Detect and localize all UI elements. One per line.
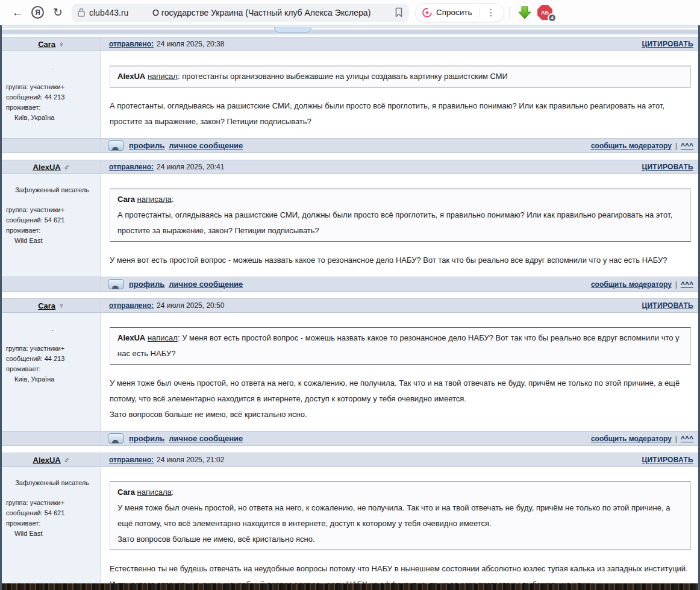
profile-card-icon[interactable] <box>108 279 124 289</box>
post-header-main: отправлено:24 июля 2025, 21:02ЦИТИРОВАТЬ <box>101 453 698 466</box>
post-header: Cara♀отправлено:24 июля 2025, 20:50ЦИТИР… <box>2 298 698 313</box>
member-title: . <box>6 324 98 334</box>
green-arrow-icon <box>518 5 531 20</box>
username-link[interactable]: AlexUA <box>33 163 61 172</box>
quote-head: Cara написала: <box>117 485 683 500</box>
scroll-to-top-link[interactable]: ^^^ <box>681 280 693 289</box>
quote-button[interactable]: ЦИТИРОВАТЬ <box>642 163 693 171</box>
profile-card-bust-icon <box>112 440 119 443</box>
user-group: группа: участники+ <box>6 205 98 215</box>
member-title: . <box>6 62 98 72</box>
quote-verb-link[interactable]: написала <box>137 195 172 204</box>
profile-card-bust-icon <box>112 147 119 150</box>
pm-link[interactable]: личное сообщение <box>169 141 243 150</box>
user-location: Київ, Україна <box>6 113 98 123</box>
browser-toolbar: ← Я ↻ club443.ru О государстве Украина (… <box>0 0 700 25</box>
post: Cara♀отправлено:24 июля 2025, 20:50ЦИТИР… <box>2 298 698 446</box>
ask-button-label: Спросить <box>436 8 472 17</box>
user-location-label: проживает: <box>6 225 98 236</box>
sent-label[interactable]: отправлено: <box>109 40 154 48</box>
quote-author: Cara <box>117 195 135 204</box>
username-link[interactable]: AlexUA <box>33 456 61 465</box>
message-paragraph: У меня тоже был очень простой, но ответа… <box>110 375 691 422</box>
adblock-extension-icon[interactable]: АБ 4 <box>535 3 555 22</box>
post-footer: профильличное сообщениесообщить модерато… <box>2 431 698 446</box>
user-location-label: проживает: <box>6 102 98 113</box>
profile-card-icon[interactable] <box>108 433 124 444</box>
user-message-count: сообщений: 44 213 <box>6 354 98 364</box>
toolbar-divider <box>509 7 510 19</box>
quote-line: AlexUA написал: У меня вот есть простой … <box>117 330 683 362</box>
quote-button[interactable]: ЦИТИРОВАТЬ <box>642 40 693 48</box>
quote-author: Cara <box>117 488 135 497</box>
user-location-label: проживает: <box>6 518 98 529</box>
user-location: Wild East <box>6 236 98 246</box>
footer-main: профильличное сообщениесообщить модерато… <box>101 432 698 445</box>
partial-smiley-image <box>274 27 311 33</box>
quote-button[interactable]: ЦИТИРОВАТЬ <box>642 456 693 464</box>
post-author-cell: AlexUA♂ <box>2 453 101 466</box>
user-info-column: .группа: участники+сообщений: 44 213прож… <box>2 51 101 138</box>
refresh-button[interactable]: ↻ <box>49 4 67 22</box>
username-link[interactable]: Cara <box>38 301 55 310</box>
profile-link[interactable]: профиль <box>129 141 164 150</box>
post-footer: профильличное сообщениесообщить модерато… <box>2 138 698 153</box>
adblock-counter-badge: 4 <box>548 13 557 22</box>
profile-link[interactable]: профиль <box>129 280 164 289</box>
post-separator <box>2 446 698 451</box>
pm-link[interactable]: личное сообщение <box>169 280 243 289</box>
quote-button[interactable]: ЦИТИРОВАТЬ <box>642 301 693 310</box>
post-author-cell: AlexUA♂ <box>2 160 101 174</box>
gender-icon: ♀ <box>58 301 64 310</box>
report-to-moderator-link[interactable]: сообщить модератору <box>591 142 672 150</box>
pm-link[interactable]: личное сообщение <box>169 434 243 443</box>
member-title: Зафлуженный писатель <box>6 478 98 488</box>
post-date: 24 июля 2025, 20:41 <box>157 163 224 171</box>
sent-label[interactable]: отправлено: <box>109 456 154 464</box>
post-author-cell: Cara♀ <box>2 37 101 51</box>
ask-ai-button[interactable]: Спросить ⋮ <box>415 3 504 22</box>
quote-line: AlexUA написал: протестанты организованн… <box>117 69 683 84</box>
message-column: Cara написала:А протестанты, оглядываясь… <box>101 174 698 277</box>
report-to-moderator-link[interactable]: сообщить модератору <box>591 280 672 289</box>
more-menu-icon[interactable]: ⋮ <box>481 7 501 18</box>
download-extension-icon[interactable] <box>514 3 535 22</box>
quote-head: Cara написала: <box>117 192 683 207</box>
forum-page: Cara♀отправлено:24 июля 2025, 20:38ЦИТИР… <box>0 25 700 590</box>
sent-label[interactable]: отправлено: <box>109 301 154 310</box>
sent-label[interactable]: отправлено: <box>109 163 154 171</box>
address-bar[interactable]: club443.ru О государстве Украина (Частны… <box>72 4 409 22</box>
post: AlexUA♂отправлено:24 июля 2025, 21:02ЦИТ… <box>2 453 698 590</box>
user-message-count: сообщений: 54 621 <box>6 215 98 225</box>
quote-verb-link[interactable]: написала <box>137 488 172 497</box>
pipe-separator: | <box>675 435 677 443</box>
post-body-row: Зафлуженный писательгруппа: участники+со… <box>2 467 698 590</box>
gender-icon: ♀ <box>58 40 64 49</box>
member-title: Зафлуженный писатель <box>6 185 98 195</box>
quote-box: AlexUA написал: У меня вот есть простой … <box>110 327 691 365</box>
message-column: AlexUA написал: протестанты организованн… <box>101 51 698 138</box>
post-separator <box>2 153 698 158</box>
profile-card-bust-icon <box>112 286 119 289</box>
quote-verb-link[interactable]: написал <box>148 72 178 81</box>
bookmark-icon[interactable] <box>395 7 403 17</box>
profile-link[interactable]: профиль <box>129 434 164 443</box>
page-background-texture <box>2 583 700 590</box>
post-header: Cara♀отправлено:24 июля 2025, 20:38ЦИТИР… <box>2 37 698 51</box>
user-location-label: проживает: <box>6 364 98 374</box>
username-link[interactable]: Cara <box>38 40 55 49</box>
scroll-to-top-link[interactable]: ^^^ <box>681 142 693 150</box>
pipe-separator: | <box>675 280 677 289</box>
post-header-main: отправлено:24 июля 2025, 20:38ЦИТИРОВАТЬ <box>101 37 698 51</box>
quote-text: У меня тоже был очень простой, но ответа… <box>117 500 683 532</box>
footer-main: профильличное сообщениесообщить модерато… <box>101 277 698 291</box>
quote-text: Зато вопросов больше не имею, всё криста… <box>117 532 683 547</box>
profile-card-icon[interactable] <box>108 140 124 151</box>
back-button[interactable]: ← <box>8 4 27 22</box>
quote-verb-link[interactable]: написал <box>148 333 178 342</box>
yandex-browser-icon[interactable]: Я <box>31 6 44 19</box>
user-info-column: Зафлуженный писательгруппа: участники+со… <box>2 467 101 590</box>
report-to-moderator-link[interactable]: сообщить модератору <box>591 435 672 443</box>
post-body-row: .группа: участники+сообщений: 44 213прож… <box>2 313 698 431</box>
scroll-to-top-link[interactable]: ^^^ <box>681 435 693 443</box>
